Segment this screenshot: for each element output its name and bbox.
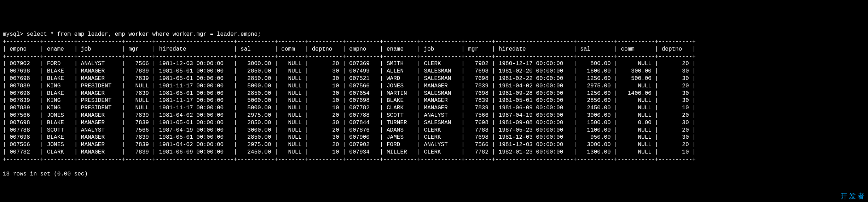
watermark-line1: 开发者 (836, 192, 866, 200)
sql-query: select * from emp leader, emp worker whe… (27, 31, 261, 37)
mysql-prompt: mysql> (3, 31, 27, 37)
result-table: +----------+---------+-------------+----… (3, 38, 865, 163)
result-footer: 13 rows in set (0.00 sec) (3, 171, 88, 177)
watermark: 开发者 DevZe.CoM (836, 181, 866, 202)
